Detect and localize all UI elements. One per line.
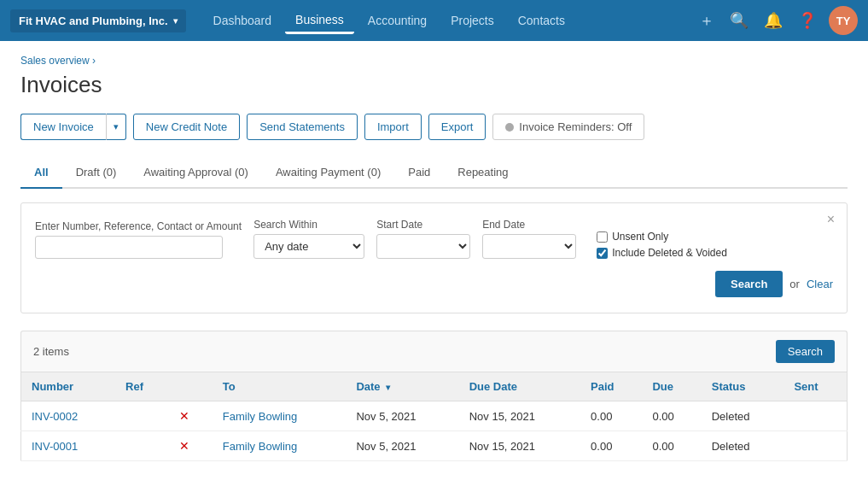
search-end-label: End Date: [482, 219, 576, 231]
nav-business[interactable]: Business: [285, 8, 354, 34]
row-due: 0.00: [642, 401, 701, 431]
search-panel: × Enter Number, Reference, Contact or Am…: [20, 202, 848, 313]
tab-draft[interactable]: Draft (0): [62, 157, 131, 189]
row-ref: [115, 401, 169, 431]
row-delete[interactable]: ✕: [169, 401, 213, 431]
row-delete[interactable]: ✕: [169, 431, 213, 461]
sort-arrow: ▾: [386, 383, 390, 392]
row-due-date: Nov 15, 2021: [459, 431, 580, 461]
row-sent: [784, 401, 847, 431]
send-statements-button[interactable]: Send Statements: [247, 114, 358, 140]
table-body: INV-0002 ✕ Family Bowling Nov 5, 2021 No…: [21, 401, 848, 461]
results-header: 2 items Search: [20, 331, 848, 372]
search-number-label: Enter Number, Reference, Contact or Amou…: [35, 220, 242, 232]
new-invoice-button[interactable]: New Invoice: [20, 114, 106, 140]
col-due[interactable]: Due: [642, 372, 701, 401]
row-ref: [115, 431, 169, 461]
reminders-label: Invoice Reminders: Off: [519, 120, 632, 133]
plus-icon[interactable]: ＋: [696, 7, 718, 34]
col-ref[interactable]: Ref: [115, 372, 169, 401]
search-actions: Search or Clear: [715, 271, 833, 297]
tabs: All Draft (0) Awaiting Approval (0) Awai…: [20, 157, 848, 189]
table-head: Number Ref To Date ▾ Due Date Paid Due S…: [21, 372, 848, 401]
new-invoice-split: New Invoice ▾: [20, 114, 126, 140]
invoice-reminders-button[interactable]: Invoice Reminders: Off: [492, 114, 644, 140]
search-within-label: Search Within: [253, 219, 364, 231]
row-due: 0.00: [642, 431, 701, 461]
include-deleted-checkbox[interactable]: [597, 248, 608, 259]
tab-awaiting-payment[interactable]: Awaiting Payment (0): [262, 157, 394, 189]
nav-dashboard[interactable]: Dashboard: [203, 9, 283, 32]
nav-accounting[interactable]: Accounting: [358, 9, 437, 32]
search-start-select[interactable]: [376, 234, 470, 259]
search-start-label: Start Date: [376, 219, 470, 231]
tab-all[interactable]: All: [20, 157, 62, 189]
nav-contacts[interactable]: Contacts: [508, 9, 575, 32]
row-date: Nov 5, 2021: [346, 401, 458, 431]
delete-icon: ✕: [179, 439, 189, 453]
tab-awaiting-approval[interactable]: Awaiting Approval (0): [130, 157, 262, 189]
col-date[interactable]: Date ▾: [346, 372, 458, 401]
search-end-field: End Date: [482, 219, 576, 259]
reminders-indicator: [505, 123, 514, 132]
search-button[interactable]: Search: [715, 271, 783, 297]
col-due-date[interactable]: Due Date: [459, 372, 580, 401]
search-checkboxes: Unsent Only Include Deleted & Voided: [597, 231, 727, 259]
tab-repeating[interactable]: Repeating: [444, 157, 521, 189]
nav-icons: ＋ 🔍 🔔 ❓ TY: [696, 6, 858, 35]
row-paid: 0.00: [580, 401, 642, 431]
table-row: INV-0001 ✕ Family Bowling Nov 5, 2021 No…: [21, 431, 848, 461]
company-name: Fit HVAC and Plumbing, Inc.: [19, 15, 168, 27]
main-content: Sales overview › Invoices New Invoice ▾ …: [0, 41, 868, 492]
search-end-select[interactable]: [482, 234, 576, 259]
close-search-button[interactable]: ×: [827, 212, 835, 227]
new-credit-note-button[interactable]: New Credit Note: [133, 114, 240, 140]
breadcrumb[interactable]: Sales overview ›: [20, 55, 848, 67]
nav-links: Dashboard Business Accounting Projects C…: [203, 8, 696, 34]
row-number[interactable]: INV-0001: [21, 431, 116, 461]
col-sent[interactable]: Sent: [784, 372, 847, 401]
unsent-only-checkbox[interactable]: [597, 231, 608, 243]
avatar[interactable]: TY: [829, 6, 858, 35]
search-number-field: Enter Number, Reference, Contact or Amou…: [35, 220, 242, 259]
col-number[interactable]: Number: [21, 372, 116, 401]
company-chevron: ▾: [173, 16, 178, 26]
export-button[interactable]: Export: [428, 114, 486, 140]
unsent-only-label[interactable]: Unsent Only: [597, 231, 727, 243]
nav-projects[interactable]: Projects: [440, 9, 504, 32]
row-status: Deleted: [702, 401, 784, 431]
import-button[interactable]: Import: [364, 114, 422, 140]
or-text: or: [789, 278, 800, 290]
table-row: INV-0002 ✕ Family Bowling Nov 5, 2021 No…: [21, 401, 848, 431]
row-status: Deleted: [702, 431, 784, 461]
item-count: 2 items: [33, 345, 69, 358]
search-within-field: Search Within Any date: [253, 219, 364, 259]
clear-button[interactable]: Clear: [807, 278, 833, 290]
row-to[interactable]: Family Bowling: [213, 431, 347, 461]
row-to[interactable]: Family Bowling: [213, 401, 347, 431]
search-icon[interactable]: 🔍: [726, 8, 752, 33]
help-icon[interactable]: ❓: [795, 8, 820, 33]
col-status[interactable]: Status: [702, 372, 784, 401]
col-paid[interactable]: Paid: [580, 372, 642, 401]
col-to[interactable]: To: [213, 372, 347, 401]
results-container: 2 items Search Number Ref To Date ▾ Due …: [20, 331, 848, 461]
results-search-button[interactable]: Search: [776, 340, 835, 363]
bell-icon[interactable]: 🔔: [760, 8, 786, 33]
delete-icon: ✕: [179, 409, 189, 423]
search-number-input[interactable]: [35, 236, 223, 259]
search-row: Enter Number, Reference, Contact or Amou…: [35, 219, 833, 297]
col-delete: [169, 372, 213, 401]
company-selector[interactable]: Fit HVAC and Plumbing, Inc. ▾: [10, 9, 186, 32]
row-sent: [784, 431, 847, 461]
include-deleted-label[interactable]: Include Deleted & Voided: [597, 247, 727, 259]
top-nav: Fit HVAC and Plumbing, Inc. ▾ Dashboard …: [0, 0, 868, 41]
toolbar: New Invoice ▾ New Credit Note Send State…: [20, 114, 848, 140]
search-within-select[interactable]: Any date: [253, 234, 364, 259]
row-date: Nov 5, 2021: [346, 431, 458, 461]
results-table: Number Ref To Date ▾ Due Date Paid Due S…: [20, 372, 848, 461]
row-number[interactable]: INV-0002: [21, 401, 116, 431]
page-title: Invoices: [20, 72, 848, 98]
new-invoice-dropdown[interactable]: ▾: [106, 114, 126, 140]
tab-paid[interactable]: Paid: [394, 157, 444, 189]
